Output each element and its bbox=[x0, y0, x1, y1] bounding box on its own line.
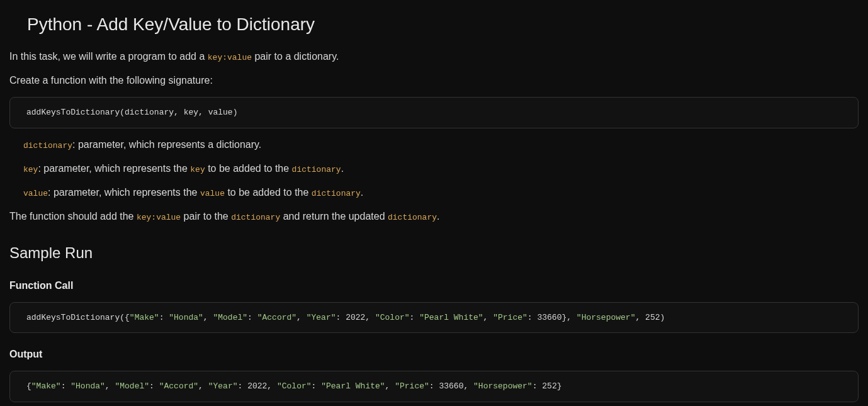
signature-code-text: addKeysToDictionary(dictionary, key, val… bbox=[26, 108, 237, 117]
param-key-mid: to be added to the bbox=[205, 163, 292, 174]
behavior-after: . bbox=[437, 211, 439, 222]
behavior-before: The function should add the bbox=[9, 211, 137, 222]
param-value: value: parameter, which represents the v… bbox=[23, 185, 859, 200]
inline-code-value-2: dictionary bbox=[312, 189, 361, 198]
intro-text-before: In this task, we will write a program to… bbox=[9, 51, 208, 62]
inline-code-dictionary: dictionary bbox=[23, 141, 72, 150]
function-call-codeblock: addKeysToDictionary({"Make": "Honda", "M… bbox=[9, 302, 859, 334]
intro-paragraph: In this task, we will write a program to… bbox=[9, 49, 859, 64]
output-codeblock: {"Make": "Honda", "Model": "Accord", "Ye… bbox=[9, 371, 859, 402]
inline-code-value-1: value bbox=[200, 189, 225, 198]
inline-code-behavior-1: key:value bbox=[137, 213, 181, 222]
function-call-heading: Function Call bbox=[9, 278, 859, 293]
output-heading: Output bbox=[9, 347, 859, 362]
page-title: Python - Add Key/Value to Dictionary bbox=[27, 11, 859, 38]
inline-code-behavior-3: dictionary bbox=[388, 213, 437, 222]
inline-code-key-name: key bbox=[23, 165, 38, 174]
param-dictionary-desc: : parameter, which represents a dictiona… bbox=[72, 139, 261, 150]
param-value-mid: to be added to the bbox=[225, 187, 312, 198]
sample-run-heading: Sample Run bbox=[9, 242, 859, 264]
param-dictionary: dictionary: parameter, which represents … bbox=[23, 137, 859, 152]
inline-code-behavior-2: dictionary bbox=[231, 213, 280, 222]
signature-lead: Create a function with the following sig… bbox=[9, 73, 859, 88]
behavior-mid1: pair to the bbox=[181, 211, 231, 222]
behavior-mid2: and return the updated bbox=[280, 211, 388, 222]
param-key-before: : parameter, which represents the bbox=[38, 163, 190, 174]
inline-code-key-2: dictionary bbox=[292, 165, 341, 174]
behavior-paragraph: The function should add the key:value pa… bbox=[9, 209, 859, 224]
signature-codeblock: addKeysToDictionary(dictionary, key, val… bbox=[9, 97, 859, 128]
param-key-after: . bbox=[341, 163, 344, 174]
inline-code-value-name: value bbox=[23, 189, 48, 198]
param-value-before: : parameter, which represents the bbox=[48, 187, 200, 198]
inline-code-keyvalue: key:value bbox=[208, 53, 252, 62]
intro-text-after: pair to a dictionary. bbox=[252, 51, 339, 62]
param-value-after: . bbox=[361, 187, 363, 198]
inline-code-key-1: key bbox=[190, 165, 205, 174]
param-key: key: parameter, which represents the key… bbox=[23, 161, 859, 176]
